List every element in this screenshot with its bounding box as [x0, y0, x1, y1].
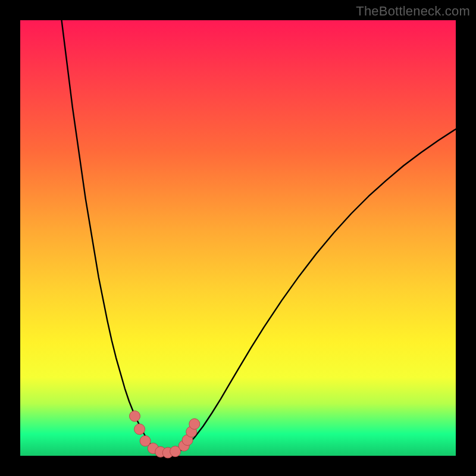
chart-frame: TheBottleneck.com [0, 0, 476, 476]
chart-marker [189, 419, 200, 430]
chart-marker [130, 411, 140, 421]
chart-curve [62, 20, 456, 455]
chart-marker [134, 424, 145, 434]
chart-markers [130, 411, 200, 458]
chart-svg [20, 20, 456, 456]
watermark-text: TheBottleneck.com [356, 4, 470, 19]
chart-plot-area [20, 20, 456, 456]
